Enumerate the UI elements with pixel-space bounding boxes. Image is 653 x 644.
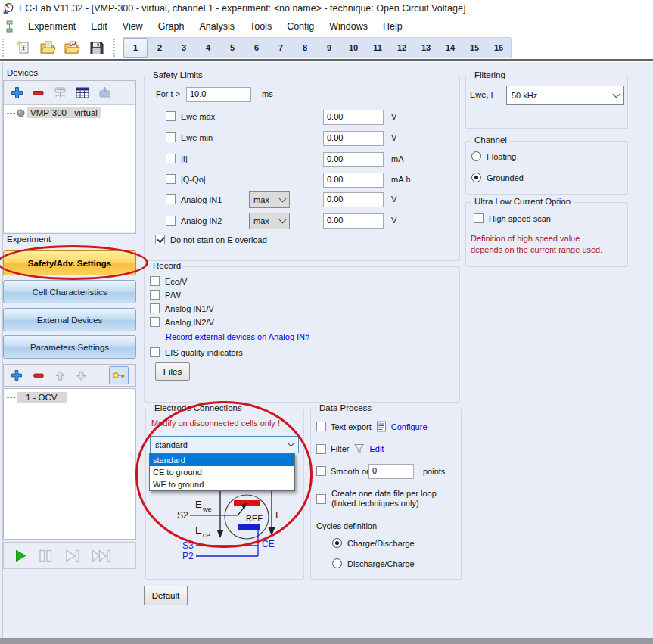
configure-link[interactable]: Configure [391, 422, 428, 431]
channel-button-13[interactable]: 13 [414, 38, 438, 58]
abs-current-value[interactable]: 0.00 [323, 152, 384, 167]
channel-button-12[interactable]: 12 [390, 38, 414, 58]
device-connect-icon[interactable] [53, 86, 67, 99]
for-t-input[interactable]: 10.0 [186, 87, 251, 102]
floating-row: Floating [471, 151, 516, 161]
dropdown-option-ce-to-ground[interactable]: CE to ground [150, 466, 294, 478]
technique-tree-item[interactable]: 1 - OCV [4, 389, 135, 404]
ece-checkbox[interactable] [150, 276, 160, 286]
technique-item-label[interactable]: 1 - OCV [17, 392, 67, 403]
menu-windows[interactable]: Windows [322, 18, 375, 35]
channel-button-3[interactable]: 3 [172, 38, 196, 58]
channel-button-11[interactable]: 11 [365, 38, 390, 58]
move-up-icon[interactable] [54, 370, 66, 381]
high-speed-scan-checkbox[interactable] [474, 213, 484, 223]
device-item-label[interactable]: VMP-300 - virtual [27, 107, 101, 118]
channel-button-7[interactable]: 7 [269, 38, 293, 58]
floating-label: Floating [487, 152, 516, 161]
loop-file-checkbox[interactable] [316, 494, 326, 504]
play-icon[interactable] [14, 549, 27, 562]
remove-device-icon[interactable] [32, 86, 45, 99]
channel-button-10[interactable]: 10 [341, 38, 365, 58]
text-export-checkbox[interactable] [316, 422, 326, 431]
menu-tools[interactable]: Tools [242, 18, 279, 35]
calibration-icon[interactable] [98, 86, 112, 99]
filter-checkbox[interactable] [316, 444, 326, 454]
analog-in1-mode-select[interactable]: max [249, 191, 290, 208]
channel-button-2[interactable]: 2 [148, 38, 172, 58]
filter-edit-link[interactable]: Edit [369, 444, 384, 453]
charge-value[interactable]: 0.00 [323, 173, 384, 188]
floating-radio[interactable] [471, 151, 481, 161]
charge-checkbox[interactable] [166, 174, 176, 184]
open-experiment-button[interactable] [39, 39, 57, 57]
files-button[interactable]: Files [155, 362, 190, 381]
device-tree-item[interactable]: VMP-300 - virtual [4, 105, 135, 120]
nav-parameters-settings[interactable]: Parameters Settings [3, 335, 136, 359]
next-step-icon[interactable] [65, 549, 80, 562]
smooth-checkbox[interactable] [316, 466, 326, 476]
menu-help[interactable]: Help [375, 18, 410, 35]
current-label: I [275, 510, 278, 521]
dropdown-option-we-to-ground[interactable]: WE to ground [150, 478, 294, 490]
channel-button-8[interactable]: 8 [293, 38, 317, 58]
analog-in1-value[interactable]: 0.00 [323, 192, 384, 207]
analog-in2-mode-select[interactable]: max [249, 213, 290, 229]
power-checkbox[interactable] [150, 290, 160, 300]
pause-icon[interactable] [39, 549, 54, 562]
new-settings-button[interactable] [14, 39, 33, 57]
channel-button-1[interactable]: 1 [123, 38, 148, 58]
channel-button-6[interactable]: 6 [244, 38, 269, 58]
skip-to-end-icon[interactable] [92, 549, 112, 562]
smooth-points-unit: points [423, 467, 445, 476]
safety-limits-title: Safety Limits [150, 70, 206, 79]
abs-current-checkbox[interactable] [166, 154, 176, 163]
menu-analysis[interactable]: Analysis [191, 18, 242, 35]
channel-button-15[interactable]: 15 [462, 38, 487, 58]
menu-view[interactable]: View [115, 18, 151, 35]
lock-key-button[interactable] [109, 366, 129, 384]
add-device-icon[interactable] [11, 86, 23, 99]
record-analog1-checkbox[interactable] [150, 303, 160, 313]
eis-checkbox[interactable] [150, 347, 160, 357]
grounded-radio[interactable] [471, 173, 481, 182]
ewe-min-checkbox[interactable] [166, 132, 176, 142]
smooth-points-input[interactable]: 0 [368, 464, 414, 479]
charge-discharge-radio[interactable] [332, 538, 342, 548]
analog-in2-checkbox[interactable] [166, 216, 176, 226]
charge-row: |Q-Qo| [166, 174, 206, 184]
channel-button-16[interactable]: 16 [487, 38, 511, 58]
filtering-select[interactable]: 50 kHz [506, 86, 624, 105]
channel-button-5[interactable]: 5 [220, 38, 244, 58]
open-data-file-button[interactable] [63, 39, 81, 57]
analog-in2-value[interactable]: 0.00 [323, 213, 384, 229]
analog-in1-checkbox[interactable] [166, 194, 176, 204]
channel-title: Channel [471, 135, 510, 145]
channel-button-4[interactable]: 4 [196, 38, 220, 58]
menu-edit[interactable]: Edit [83, 18, 115, 35]
channel-button-9[interactable]: 9 [317, 38, 341, 58]
save-button[interactable] [87, 39, 105, 57]
ewe-max-value[interactable]: 0.00 [323, 110, 384, 125]
record-analog2-checkbox[interactable] [150, 317, 160, 327]
remove-technique-icon[interactable] [33, 369, 45, 381]
default-button[interactable]: Default [144, 586, 188, 605]
ewe-min-value[interactable]: 0.00 [323, 131, 384, 146]
channel-button-14[interactable]: 14 [438, 38, 462, 58]
nav-external-devices[interactable]: External Devices [3, 308, 136, 331]
ewe-max-checkbox[interactable] [166, 111, 176, 121]
menu-graph[interactable]: Graph [151, 18, 192, 35]
channels-grid-icon[interactable] [76, 87, 89, 99]
menu-experiment[interactable]: Experiment [20, 18, 83, 35]
discharge-charge-radio[interactable] [332, 558, 342, 568]
overload-checkbox[interactable] [155, 235, 165, 244]
menu-config[interactable]: Config [279, 18, 322, 35]
add-technique-icon[interactable] [11, 369, 23, 381]
nav-safety-adv-settings[interactable]: Safety/Adv. Settings [3, 250, 136, 275]
nav-cell-characteristics[interactable]: Cell Characteristics [3, 280, 136, 303]
dropdown-option-standard[interactable]: standard [150, 454, 294, 466]
electrode-connection-select[interactable]: standard [150, 436, 299, 453]
we-electrode-bar [234, 500, 260, 506]
move-down-icon[interactable] [76, 370, 87, 381]
record-external-link[interactable]: Record external devices on Analog IN# [166, 332, 309, 341]
